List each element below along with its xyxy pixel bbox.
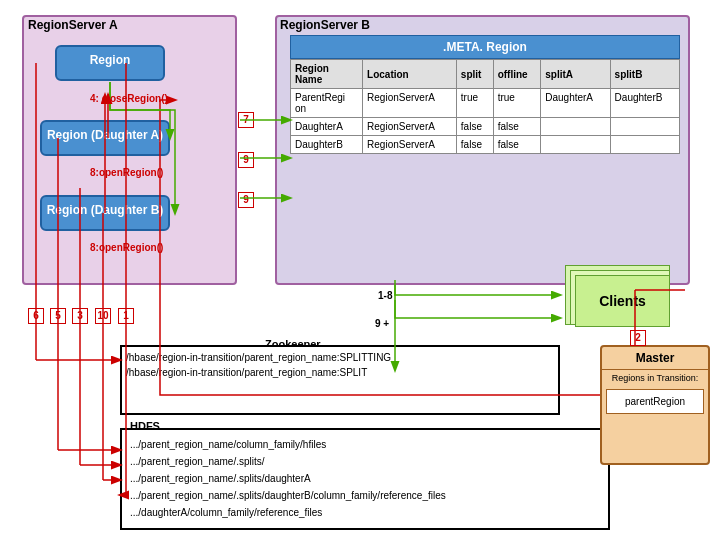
table-row: DaughterB RegionServerA false false <box>291 136 680 154</box>
open-region-b-label: 8:openRegion() <box>90 242 163 253</box>
open-region-a-label: 8:openRegion() <box>90 167 163 178</box>
col-region-name: RegionName <box>291 60 363 89</box>
region-server-a-label: RegionServer A <box>28 18 118 32</box>
step-10: 10 <box>95 308 111 324</box>
diagram: RegionServer A RegionServer B Region Reg… <box>0 0 720 540</box>
col-location: Location <box>363 60 457 89</box>
master-box: Master Regions in Transition: parentRegi… <box>600 345 710 465</box>
meta-table-title: .META. Region <box>290 35 680 59</box>
step-1-8-label: 1-8 <box>378 290 392 301</box>
step-2: 2 <box>630 330 646 346</box>
step-9b: 9 <box>238 192 254 208</box>
meta-table: RegionName Location split offline splitA… <box>290 59 680 154</box>
step-1: 1 <box>118 308 134 324</box>
table-row: DaughterA RegionServerA false false <box>291 118 680 136</box>
region-daughter-b-box: Region (Daughter B) <box>40 195 170 231</box>
meta-table-container: .META. Region RegionName Location split … <box>290 35 680 154</box>
col-split: split <box>456 60 493 89</box>
hdfs-text: .../parent_region_name/column_family/hfi… <box>130 436 446 521</box>
region-main-box: Region <box>55 45 165 81</box>
clients-label: Clients <box>575 275 670 327</box>
regions-in-transition-label: Regions in Transition: <box>602 370 708 385</box>
step-6: 6 <box>28 308 44 324</box>
col-splitb: splitB <box>610 60 679 89</box>
table-row: ParentRegion RegionServerA true true Dau… <box>291 89 680 118</box>
step-5: 5 <box>50 308 66 324</box>
zookeeper-text: /hbase/region-in-transition/parent_regio… <box>126 350 391 380</box>
col-splita: splitA <box>541 60 610 89</box>
region-daughter-a-box: Region (Daughter A) <box>40 120 170 156</box>
step-3: 3 <box>72 308 88 324</box>
close-region-label: 4: closeRegion() <box>90 93 168 104</box>
step-9plus-label: 9 + <box>375 318 389 329</box>
col-offline: offline <box>493 60 541 89</box>
parent-region-box: parentRegion <box>606 389 704 414</box>
step-9a: 9 <box>238 152 254 168</box>
master-label: Master <box>602 347 708 370</box>
step-7: 7 <box>238 112 254 128</box>
region-server-b-label: RegionServer B <box>280 18 370 32</box>
